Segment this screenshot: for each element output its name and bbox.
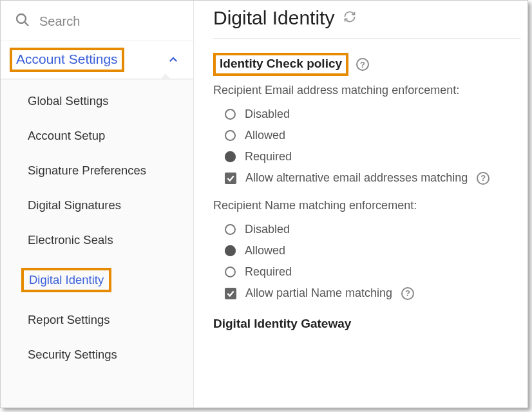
checkbox-label: Allow partial Name matching <box>245 286 392 300</box>
radio-icon <box>225 151 236 162</box>
help-icon[interactable]: ? <box>477 172 489 185</box>
highlight-account-settings: Account Settings <box>10 48 124 72</box>
radio-label: Disabled <box>245 223 290 236</box>
sidebar-item-digital-identity[interactable]: Digital Identity <box>1 258 193 303</box>
sidebar-nav: Global Settings Account Setup Signature … <box>1 79 193 407</box>
sidebar-item-label: Signature Preferences <box>28 164 146 177</box>
policy-header: Identity Check policy ? <box>213 53 527 76</box>
checkbox-icon <box>225 173 236 184</box>
radio-label: Disabled <box>245 108 290 121</box>
search-icon <box>15 12 30 30</box>
sidebar-item-report-settings[interactable]: Report Settings <box>1 303 193 337</box>
checkbox-allow-partial-name[interactable]: Allow partial Name matching ? <box>213 283 527 304</box>
main-content: Digital Identity Identity Check policy ?… <box>194 1 527 407</box>
name-matching-group: Recipient Name matching enforcement: Dis… <box>213 199 527 304</box>
sidebar-item-digital-signatures[interactable]: Digital Signatures <box>1 188 193 223</box>
radio-label: Required <box>245 150 292 164</box>
radio-icon <box>225 109 236 120</box>
sidebar-item-label: Account Setup <box>28 129 105 142</box>
checkbox-label: Allow alternative email addresses matchi… <box>245 171 468 185</box>
policy-title: Identity Check policy <box>220 57 342 70</box>
sidebar: Account Settings Global Settings Account… <box>1 1 194 407</box>
search-input[interactable] <box>39 14 202 29</box>
sidebar-item-label: Digital Identity <box>29 273 104 286</box>
svg-line-1 <box>25 23 29 26</box>
radio-label: Allowed <box>245 129 285 142</box>
sidebar-item-label: Digital Signatures <box>28 198 121 212</box>
svg-point-0 <box>17 14 26 23</box>
sidebar-item-global-settings[interactable]: Global Settings <box>1 84 193 118</box>
radio-label: Required <box>245 265 292 279</box>
radio-icon <box>225 245 236 256</box>
sidebar-item-electronic-seals[interactable]: Electronic Seals <box>1 223 193 258</box>
identity-check-policy-section: Identity Check policy ? Recipient Email … <box>213 39 527 331</box>
sidebar-item-label: Security Settings <box>28 348 117 361</box>
highlight-digital-identity: Digital Identity <box>21 268 111 292</box>
page-title-row: Digital Identity <box>213 7 521 39</box>
name-group-label: Recipient Name matching enforcement: <box>213 199 527 212</box>
email-matching-group: Recipient Email address matching enforce… <box>213 84 527 189</box>
radio-email-disabled[interactable]: Disabled <box>213 104 527 125</box>
chevron-up-icon <box>167 54 179 66</box>
radio-email-allowed[interactable]: Allowed <box>213 125 527 146</box>
help-icon[interactable]: ? <box>401 287 414 300</box>
sidebar-item-account-setup[interactable]: Account Setup <box>1 118 193 153</box>
radio-label: Allowed <box>245 244 285 258</box>
sidebar-section-label: Account Settings <box>16 52 118 66</box>
sidebar-item-label: Electronic Seals <box>28 233 113 247</box>
search-row <box>1 1 193 41</box>
sidebar-item-label: Report Settings <box>28 313 110 326</box>
sidebar-item-label: Global Settings <box>28 94 108 108</box>
refresh-icon[interactable] <box>343 10 356 26</box>
radio-name-required[interactable]: Required <box>213 261 527 283</box>
highlight-identity-check-policy: Identity Check policy <box>213 53 348 76</box>
radio-icon <box>225 130 236 141</box>
sidebar-item-security-settings[interactable]: Security Settings <box>1 337 193 372</box>
radio-email-required[interactable]: Required <box>213 146 527 167</box>
help-icon[interactable]: ? <box>356 58 369 71</box>
email-group-label: Recipient Email address matching enforce… <box>213 84 527 97</box>
sidebar-item-signature-preferences[interactable]: Signature Preferences <box>1 153 193 188</box>
app-window: Account Settings Global Settings Account… <box>0 0 528 408</box>
radio-name-disabled[interactable]: Disabled <box>213 219 527 240</box>
checkbox-icon <box>225 288 236 299</box>
radio-icon <box>225 224 236 235</box>
page-title: Digital Identity <box>213 7 334 29</box>
gateway-section-title: Digital Identity Gateway <box>213 317 527 331</box>
radio-icon <box>225 267 236 277</box>
radio-name-allowed[interactable]: Allowed <box>213 240 527 261</box>
checkbox-allow-alt-email[interactable]: Allow alternative email addresses matchi… <box>213 167 527 189</box>
